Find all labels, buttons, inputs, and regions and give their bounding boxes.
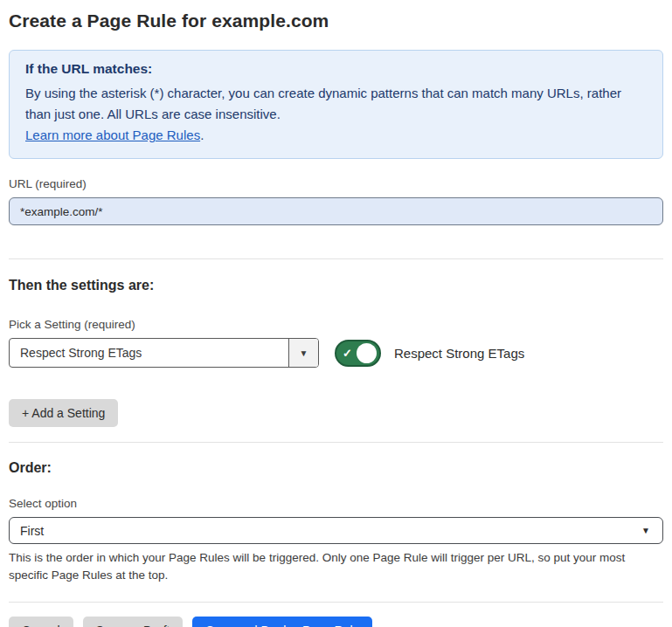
toggle-knob [357, 343, 377, 363]
save-as-draft-button[interactable]: Save as Draft [83, 617, 184, 627]
info-callout-heading: If the URL matches: [25, 61, 647, 77]
order-section-heading: Order: [9, 460, 663, 476]
order-select[interactable]: First ▼ [9, 517, 663, 544]
link-period: . [200, 127, 204, 142]
page-title: Create a Page Rule for example.com [9, 10, 663, 31]
setting-row: Respect Strong ETags ▼ ✓ Respect Strong … [9, 338, 663, 368]
footer-actions: Cancel Save as Draft Save and Deploy Pag… [9, 617, 663, 627]
order-select-value: First [20, 524, 44, 538]
divider [9, 442, 663, 443]
order-select-label: Select option [9, 497, 663, 510]
toggle-label: Respect Strong ETags [394, 346, 524, 361]
respect-strong-etags-toggle[interactable]: ✓ [335, 340, 381, 367]
url-input[interactable] [9, 197, 663, 225]
divider [9, 602, 663, 603]
divider [9, 258, 663, 259]
setting-select-value: Respect Strong ETags [10, 339, 288, 367]
add-setting-button[interactable]: + Add a Setting [9, 399, 118, 427]
settings-section-heading: Then the settings are: [9, 278, 663, 293]
chevron-down-icon[interactable]: ▼ [288, 339, 318, 367]
url-match-info-callout: If the URL matches: By using the asteris… [9, 50, 663, 159]
url-field-label: URL (required) [9, 177, 663, 190]
save-and-deploy-button[interactable]: Save and Deploy Page Rule [192, 617, 372, 627]
info-callout-body: By using the asterisk (*) character, you… [25, 83, 647, 125]
cancel-button[interactable]: Cancel [9, 617, 73, 627]
chevron-down-icon: ▼ [641, 526, 650, 535]
learn-more-link[interactable]: Learn more about Page Rules [25, 127, 200, 142]
pick-setting-label: Pick a Setting (required) [9, 318, 663, 331]
page-rule-form: Create a Page Rule for example.com If th… [0, 0, 672, 627]
check-icon: ✓ [343, 348, 352, 359]
setting-select[interactable]: Respect Strong ETags ▼ [9, 338, 319, 368]
order-help-text: This is the order in which your Page Rul… [9, 549, 660, 584]
etag-toggle-group: ✓ Respect Strong ETags [335, 340, 524, 367]
info-callout-link-line: Learn more about Page Rules. [25, 125, 647, 146]
